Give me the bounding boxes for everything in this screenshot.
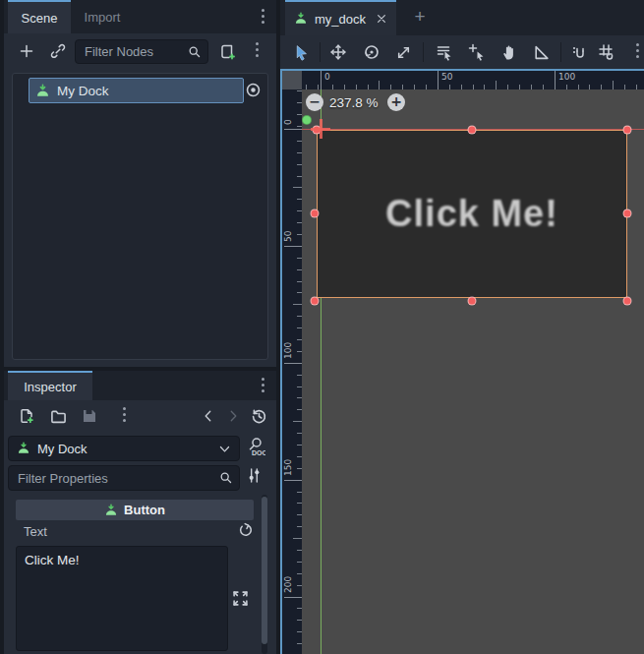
zoom-percentage[interactable]: 237.8 % xyxy=(329,95,379,110)
scene-tree-panel[interactable]: My Dock xyxy=(12,73,268,360)
anchor-dot[interactable] xyxy=(302,115,312,125)
filter-properties-field xyxy=(8,465,240,491)
scene-tabs-strip: my_dock + xyxy=(280,0,644,35)
history-forward-button[interactable] xyxy=(221,403,245,429)
canvas-2d[interactable]: Click Me! − 237.8 % + xyxy=(302,89,644,654)
property-tools-icon[interactable] xyxy=(247,467,262,484)
grid-snap-button[interactable] xyxy=(594,39,619,65)
move-mode-button[interactable] xyxy=(325,39,351,65)
resize-handle-bottom[interactable] xyxy=(468,297,477,306)
vertical-ruler: 0 50 100 150 200 xyxy=(282,89,302,654)
save-resource-button[interactable] xyxy=(77,403,102,429)
filter-properties-input[interactable] xyxy=(18,471,219,486)
v-ruler-label: 150 xyxy=(283,459,293,476)
resize-handle-top-right[interactable] xyxy=(623,126,632,135)
scene-dock-body: My Dock xyxy=(4,33,276,367)
canvas-button-text: Click Me! xyxy=(385,193,558,235)
inspector-toolbar xyxy=(4,400,276,432)
tab-import[interactable]: Import xyxy=(71,0,134,33)
save-icon xyxy=(82,408,97,424)
button-class-icon xyxy=(17,442,30,455)
tree-node-label: My Dock xyxy=(57,84,109,98)
text-property-value: Click Me! xyxy=(25,553,80,567)
ruler-icon xyxy=(533,44,550,61)
visibility-eye-icon[interactable] xyxy=(245,82,262,98)
button-class-icon xyxy=(35,84,50,98)
tab-scene[interactable]: Scene xyxy=(8,0,71,33)
scene-tree-menu-icon[interactable] xyxy=(249,42,264,57)
node-selector-dropdown[interactable]: My Dock xyxy=(8,436,240,461)
add-node-button[interactable] xyxy=(14,38,39,64)
zoom-in-button[interactable]: + xyxy=(387,93,405,111)
inspector-body: My Dock DOC xyxy=(4,400,276,654)
v-ruler-label: 100 xyxy=(283,342,293,359)
selected-node-name: My Dock xyxy=(37,442,211,456)
revert-property-button[interactable] xyxy=(238,522,254,538)
tab-inspector-label: Inspector xyxy=(24,380,76,394)
resize-handle-left[interactable] xyxy=(311,209,320,218)
button-class-icon xyxy=(294,12,308,26)
scrollbar-thumb[interactable] xyxy=(262,497,267,644)
magnet-icon xyxy=(571,43,589,61)
select-mode-button[interactable] xyxy=(288,39,314,65)
scene-dock-menu-icon[interactable] xyxy=(255,9,270,24)
tab-scene-label: Scene xyxy=(22,11,58,26)
text-property-editor[interactable]: Click Me! xyxy=(16,546,228,651)
inspector-scrollbar[interactable] xyxy=(262,495,267,654)
godot-editor: Scene Import xyxy=(0,0,644,654)
resize-handle-bottom-left[interactable] xyxy=(311,297,320,306)
scene-tab-label: my_dock xyxy=(315,12,369,27)
expand-text-editor-button[interactable] xyxy=(232,590,249,607)
scene-tab-my-dock[interactable]: my_dock xyxy=(285,0,396,35)
history-clock-icon xyxy=(251,408,267,425)
attach-script-button[interactable] xyxy=(214,38,240,64)
v-ruler-label: 200 xyxy=(283,576,293,593)
grid-snap-icon xyxy=(598,43,615,61)
doc-search-icon: DOC xyxy=(246,437,265,458)
instance-scene-button[interactable] xyxy=(45,38,71,64)
property-name-text: Text xyxy=(24,524,47,539)
open-documentation-button[interactable]: DOC xyxy=(246,437,265,458)
resize-handle-top[interactable] xyxy=(468,126,477,135)
pan-mode-button[interactable] xyxy=(497,39,522,65)
new-resource-icon xyxy=(19,408,34,424)
selected-button-node[interactable]: Click Me! xyxy=(317,130,627,298)
load-resource-button[interactable] xyxy=(45,403,71,429)
close-tab-icon[interactable] xyxy=(376,13,387,25)
chevron-right-icon xyxy=(226,409,240,423)
new-scene-tab-button[interactable]: + xyxy=(408,6,432,30)
new-resource-button[interactable] xyxy=(14,403,39,429)
folder-icon xyxy=(50,408,67,425)
scene-toolbar xyxy=(4,33,276,69)
scale-mode-button[interactable] xyxy=(390,39,416,65)
pivot-icon xyxy=(468,43,486,61)
ruler-mode-button[interactable] xyxy=(528,39,554,65)
plus-icon xyxy=(19,43,34,59)
resize-handle-bottom-right[interactable] xyxy=(623,297,632,306)
list-select-button[interactable] xyxy=(432,39,457,65)
inspector-menu-icon[interactable] xyxy=(255,378,270,392)
snap-options-menu-icon[interactable] xyxy=(629,43,644,58)
filter-nodes-field xyxy=(75,39,208,64)
ruler-corner xyxy=(282,71,302,89)
category-header-button[interactable]: Button xyxy=(16,500,254,520)
revert-icon xyxy=(238,522,254,538)
rotate-icon xyxy=(363,43,381,61)
select-arrow-icon xyxy=(293,44,310,61)
tree-row-my-dock[interactable]: My Dock xyxy=(29,78,244,103)
history-back-button[interactable] xyxy=(197,403,220,429)
move-icon xyxy=(329,43,347,61)
pan-hand-icon xyxy=(501,44,518,61)
rotate-mode-button[interactable] xyxy=(359,39,384,65)
smart-snap-button[interactable] xyxy=(567,39,593,65)
filter-nodes-input[interactable] xyxy=(85,44,188,59)
horizontal-ruler: 0 50 100 xyxy=(302,71,644,89)
object-history-button[interactable] xyxy=(246,403,271,429)
resize-handle-right[interactable] xyxy=(623,209,632,218)
pivot-mode-button[interactable] xyxy=(464,39,490,65)
inspector-tabstrip: Inspector xyxy=(4,371,276,400)
resource-extra-menu-icon[interactable] xyxy=(116,407,132,422)
list-select-icon xyxy=(436,43,453,61)
tab-inspector[interactable]: Inspector xyxy=(8,371,92,400)
zoom-out-button[interactable]: − xyxy=(306,93,323,111)
